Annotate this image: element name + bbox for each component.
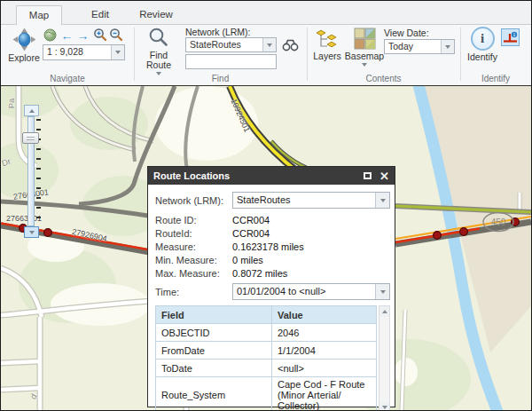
chevron-down-icon <box>380 290 386 294</box>
layers-icon <box>316 28 339 51</box>
group-separator <box>307 28 308 81</box>
maximize-icon <box>364 172 372 179</box>
dialog-network-label: Network (LRM): <box>155 195 232 206</box>
find-route-button[interactable]: Find Route <box>139 27 178 75</box>
ribbon-tabbar: Map Edit Review <box>1 1 531 25</box>
find-route-input[interactable] <box>185 54 277 69</box>
field-cell: OBJECTID <box>156 324 272 342</box>
app-window: Map Edit Review Explore <box>0 0 532 411</box>
chevron-down-icon <box>267 43 272 47</box>
street-label-top: Pa <box>6 99 16 109</box>
fixed-zoom-out-button[interactable] <box>108 27 123 42</box>
map-scale-combobox[interactable]: 1 : 9,028 <box>43 44 125 60</box>
network-lrm-dropdown-button[interactable] <box>262 38 276 51</box>
identify-button[interactable]: i Identify <box>466 27 499 62</box>
measure-label: Measure: <box>155 241 232 252</box>
identify-route-icon <box>503 31 518 44</box>
identify-label: Identify <box>467 52 497 62</box>
value-cell: <null> <box>272 360 377 377</box>
field-cell: ToDate <box>156 360 272 377</box>
scrollbar-up-button[interactable] <box>379 306 389 317</box>
scrollbar-down-button[interactable] <box>379 402 389 410</box>
time-value: 01/01/2004 to <null> <box>233 284 375 299</box>
zoom-slider-handle[interactable] <box>22 132 39 144</box>
group-separator <box>460 28 461 81</box>
layers-button[interactable]: Layers <box>310 28 344 61</box>
dialog-network-dropdown-button[interactable] <box>375 193 389 208</box>
attribute-table-wrap: Field Value OBJECTID 2046 FromDate 1/1/2… <box>155 305 390 410</box>
basemap-icon <box>354 28 376 51</box>
scrollbar-track[interactable] <box>379 317 389 402</box>
basemap-label: Basemap <box>345 51 384 61</box>
routeid-value: CCR004 <box>232 228 270 239</box>
group-label-contents: Contents <box>307 74 460 83</box>
min-measure-value: 0 miles <box>232 255 263 265</box>
route-id-label: Route ID: <box>155 215 232 225</box>
time-label: Time: <box>155 287 232 297</box>
group-label-find: Find <box>134 74 307 83</box>
next-extent-button[interactable]: → <box>75 28 90 43</box>
dialog-network-value: StateRoutes <box>233 193 375 208</box>
full-extent-globe-button[interactable] <box>43 28 58 43</box>
table-scrollbar[interactable] <box>379 305 390 410</box>
value-cell: 2046 <box>272 324 377 342</box>
dialog-maximize-button[interactable] <box>364 171 372 181</box>
tab-review[interactable]: Review <box>130 5 182 25</box>
explore-button[interactable]: Explore <box>5 28 43 63</box>
table-row: FromDate 1/1/2004 <box>156 342 377 360</box>
zoom-out-icon <box>109 28 123 42</box>
field-column-header: Field <box>156 306 272 324</box>
dialog-body: Network (LRM): StateRoutes Route ID:CCR0… <box>148 185 395 410</box>
time-combobox[interactable]: 01/01/2004 to <null> <box>232 283 390 300</box>
find-route-magnifier-icon <box>148 27 169 50</box>
close-icon: ✕ <box>379 170 389 183</box>
previous-extent-button[interactable]: ← <box>59 28 74 43</box>
chevron-up-icon <box>29 109 35 113</box>
field-cell: FromDate <box>156 342 272 360</box>
network-lrm-combobox[interactable]: StateRoutes <box>185 37 277 52</box>
back-arrow-icon: ← <box>61 29 74 42</box>
identify-route-locations-tool-button[interactable] <box>501 28 520 46</box>
measure-value: 0.1623178 miles <box>232 241 304 252</box>
locate-binoculars-button[interactable] <box>281 37 299 52</box>
tab-map[interactable]: Map <box>16 5 62 26</box>
table-header-row: Field Value <box>156 306 377 324</box>
route-locations-dialog: Route Locations ✕ Network (LRM): StateRo… <box>147 166 395 407</box>
dialog-network-combobox[interactable]: StateRoutes <box>232 192 390 209</box>
binoculars-icon <box>282 38 299 51</box>
max-measure-label: Max. Measure: <box>155 268 232 279</box>
chevron-down-icon <box>362 63 367 67</box>
zoom-slider-up-button[interactable] <box>24 105 39 116</box>
route-id-value: CCR004 <box>232 215 270 225</box>
time-dropdown-button[interactable] <box>375 284 389 299</box>
max-measure-value: 0.8072 miles <box>232 268 287 279</box>
tab-edit[interactable]: Edit <box>77 5 123 25</box>
view-date-combobox[interactable]: Today <box>384 39 455 54</box>
view-date-label: View Date: <box>384 28 429 38</box>
chevron-down-icon <box>382 406 387 409</box>
view-date-value: Today <box>385 40 441 53</box>
zoom-in-icon <box>93 28 107 42</box>
zoom-slider-down-button[interactable] <box>24 226 39 238</box>
chevron-down-icon <box>115 51 121 54</box>
table-row: Route_System Cape Cod - F Route (Minor A… <box>156 377 377 411</box>
dialog-titlebar[interactable]: Route Locations ✕ <box>148 167 395 185</box>
fixed-zoom-in-button[interactable] <box>92 27 107 42</box>
field-cell: Route_System <box>156 377 272 411</box>
basemap-button[interactable]: Basemap <box>345 28 384 67</box>
chevron-up-icon <box>382 310 387 313</box>
forward-arrow-icon: → <box>77 29 90 42</box>
network-lrm-value: StateRoutes <box>186 38 262 51</box>
view-date-dropdown-button[interactable] <box>441 40 454 53</box>
layers-label: Layers <box>313 51 341 61</box>
map-scale-dropdown-button[interactable] <box>111 45 124 59</box>
dialog-close-button[interactable]: ✕ <box>379 171 389 181</box>
value-cell: Cape Cod - F Route (Minor Arterial/ Coll… <box>272 377 377 411</box>
attribute-table: Field Value OBJECTID 2046 FromDate 1/1/2… <box>155 305 377 410</box>
chevron-down-icon <box>380 199 386 202</box>
ribbon: Explore ← → <box>1 25 531 85</box>
table-row: OBJECTID 2046 <box>156 324 377 342</box>
group-label-navigate: Navigate <box>1 74 134 83</box>
map-canvas[interactable]: 450 Pa Dr 27663001 27663101 27926904 109… <box>1 85 531 410</box>
explore-label: Explore <box>8 53 40 63</box>
